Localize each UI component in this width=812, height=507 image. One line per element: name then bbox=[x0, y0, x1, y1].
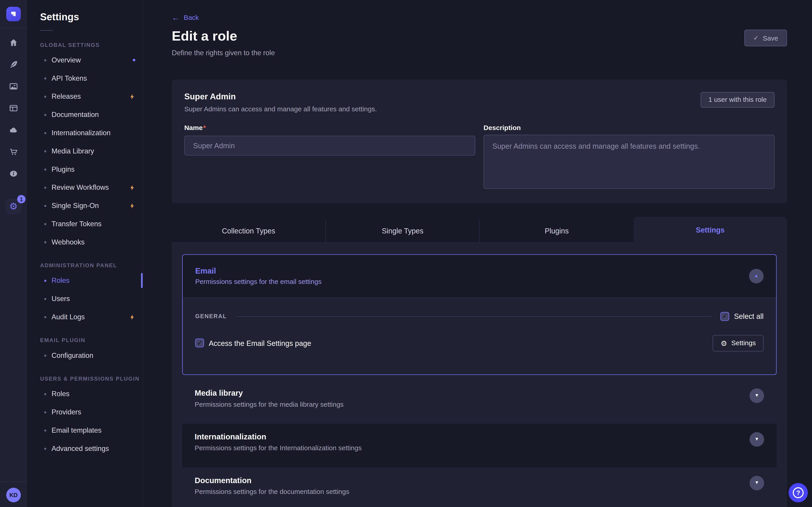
tab-settings[interactable]: Settings bbox=[633, 217, 787, 243]
chevron-down-icon: ▼ bbox=[755, 437, 759, 442]
bullet-icon bbox=[44, 95, 46, 97]
role-details-card: Super Admin Super Admins can access and … bbox=[172, 79, 787, 203]
deploy-cloud-icon[interactable] bbox=[9, 125, 18, 135]
accordion-email-header[interactable]: Email Permissions settings for the email… bbox=[183, 255, 776, 297]
sidebar-item-webhooks[interactable]: Webhooks bbox=[27, 233, 143, 251]
app-window: ⚙ 1 KD Settings GLOBAL SETTINGS Overview… bbox=[0, 0, 812, 507]
marketplace-cart-icon[interactable] bbox=[9, 147, 18, 157]
tab-plugins[interactable]: Plugins bbox=[479, 220, 633, 243]
accordion-subtitle: Permissions settings for the email setti… bbox=[195, 278, 321, 286]
accordion-media-library[interactable]: Media library Permissions settings for t… bbox=[182, 380, 776, 424]
sidebar-item-providers[interactable]: Providers bbox=[27, 403, 143, 421]
collapse-button[interactable]: ▲ bbox=[749, 269, 764, 283]
accordion-title: Documentation bbox=[195, 476, 349, 485]
sidebar-item-transfer-tokens[interactable]: Transfer Tokens bbox=[27, 215, 143, 233]
users-with-role-button[interactable]: 1 user with this role bbox=[701, 92, 774, 108]
accordion-subtitle: Permissions settings for the media libra… bbox=[195, 400, 344, 408]
sidebar-item-internationalization[interactable]: Internationalization bbox=[27, 124, 143, 142]
bullet-icon bbox=[44, 448, 46, 450]
role-name-heading: Super Admin bbox=[184, 92, 377, 101]
accordion-subtitle: Permissions settings for the documentati… bbox=[195, 488, 349, 496]
role-name-input[interactable] bbox=[184, 136, 475, 156]
lightning-icon bbox=[129, 93, 135, 100]
bullet-icon bbox=[44, 77, 46, 79]
bullet-icon bbox=[44, 429, 46, 431]
sidebar-item-api-tokens[interactable]: API Tokens bbox=[27, 69, 143, 88]
select-all-label: Select all bbox=[734, 312, 763, 321]
sidebar-item-advanced-settings[interactable]: Advanced settings bbox=[27, 439, 143, 458]
user-avatar[interactable]: KD bbox=[6, 488, 21, 503]
sidebar-item-email-templates[interactable]: Email templates bbox=[27, 421, 143, 439]
strapi-logo[interactable] bbox=[6, 6, 21, 21]
sidebar-item-roles-active[interactable]: Roles bbox=[27, 272, 143, 290]
sidebar-item-releases[interactable]: Releases bbox=[27, 88, 143, 106]
accordion-title: Media library bbox=[195, 389, 344, 397]
media-library-icon[interactable] bbox=[9, 81, 18, 91]
main-nav-rail: ⚙ 1 KD bbox=[0, 0, 27, 507]
accordion-title: Email bbox=[195, 266, 321, 275]
lightning-icon bbox=[129, 314, 135, 320]
bullet-icon bbox=[44, 168, 46, 170]
bullet-icon bbox=[44, 223, 46, 225]
settings-gear-icon-active[interactable]: ⚙ 1 bbox=[6, 199, 21, 214]
role-description-textarea[interactable]: Super Admins can access and manage all f… bbox=[484, 134, 774, 188]
sidebar-item-single-sign-on[interactable]: Single Sign-On bbox=[27, 196, 143, 215]
check-icon: ✓ bbox=[753, 34, 759, 42]
accordion-documentation[interactable]: Documentation Permissions settings for t… bbox=[182, 467, 776, 507]
accordion-internationalization[interactable]: Internationalization Permissions setting… bbox=[182, 424, 776, 467]
bullet-icon bbox=[44, 411, 46, 413]
bullet-icon bbox=[44, 132, 46, 134]
accordion-email-expanded: Email Permissions settings for the email… bbox=[182, 254, 776, 375]
group-label: GENERAL bbox=[195, 313, 227, 320]
bullet-icon bbox=[44, 114, 46, 116]
sidebar-item-plugins[interactable]: Plugins bbox=[27, 160, 143, 178]
bullet-icon bbox=[44, 354, 46, 356]
bullet-icon bbox=[44, 393, 46, 395]
permissions-tabs: Collection Types Single Types Plugins Se… bbox=[172, 217, 787, 243]
expand-button[interactable]: ▼ bbox=[750, 476, 764, 490]
subnav-title: Settings bbox=[27, 11, 143, 23]
bullet-icon bbox=[44, 150, 46, 152]
content-manager-feather-icon[interactable] bbox=[9, 60, 18, 69]
content-type-builder-icon[interactable] bbox=[9, 103, 18, 113]
sidebar-item-media-library[interactable]: Media Library bbox=[27, 142, 143, 160]
accordion-subtitle: Permissions settings for the Internation… bbox=[195, 444, 362, 452]
expand-button[interactable]: ▼ bbox=[750, 389, 764, 403]
tab-collection-types[interactable]: Collection Types bbox=[172, 220, 325, 243]
back-link[interactable]: ← Back bbox=[172, 0, 199, 21]
question-mark-icon: ? bbox=[793, 487, 804, 498]
permission-settings-button[interactable]: ⚙ Settings bbox=[713, 335, 763, 351]
description-field-group: Description Super Admins can access and … bbox=[484, 124, 774, 191]
bullet-icon bbox=[44, 186, 46, 188]
save-button[interactable]: ✓ Save bbox=[745, 30, 787, 46]
chevron-down-icon: ▼ bbox=[755, 481, 759, 485]
sidebar-item-users[interactable]: Users bbox=[27, 290, 143, 308]
tab-single-types[interactable]: Single Types bbox=[325, 220, 479, 243]
sidebar-item-audit-logs[interactable]: Audit Logs bbox=[27, 308, 143, 326]
notifications-badge: 1 bbox=[17, 195, 26, 203]
expand-button[interactable]: ▼ bbox=[750, 432, 764, 447]
sidebar-item-up-roles[interactable]: Roles bbox=[27, 385, 143, 403]
page-title: Edit a role bbox=[172, 29, 275, 44]
email-settings-access-checkbox[interactable]: ✓ bbox=[195, 339, 204, 347]
main-content: ← Back Edit a role Define the rights giv… bbox=[143, 0, 812, 507]
sidebar-item-documentation[interactable]: Documentation bbox=[27, 105, 143, 124]
role-description-text: Super Admins can access and manage all f… bbox=[184, 105, 377, 113]
gear-icon: ⚙ bbox=[9, 202, 17, 211]
sidebar-item-review-workflows[interactable]: Review Workflows bbox=[27, 178, 143, 197]
bullet-icon bbox=[44, 59, 46, 61]
select-all-checkbox[interactable]: ✓ bbox=[720, 312, 729, 321]
name-label: Name* bbox=[184, 124, 475, 131]
sidebar-item-configuration[interactable]: Configuration bbox=[27, 346, 143, 364]
email-settings-access-label: Access the Email Settings page bbox=[209, 339, 311, 347]
subnav-divider bbox=[40, 30, 53, 31]
home-icon[interactable] bbox=[9, 38, 18, 47]
settings-subnav: Settings GLOBAL SETTINGS Overview API To… bbox=[27, 0, 143, 507]
help-button[interactable]: ? bbox=[789, 483, 808, 502]
sidebar-item-overview[interactable]: Overview bbox=[27, 51, 143, 69]
nav-section-email-plugin: EMAIL PLUGIN bbox=[27, 337, 143, 343]
lightning-icon bbox=[129, 203, 135, 209]
info-icon[interactable] bbox=[9, 169, 18, 178]
chevron-down-icon: ▼ bbox=[755, 393, 759, 398]
lightning-icon bbox=[129, 184, 135, 191]
